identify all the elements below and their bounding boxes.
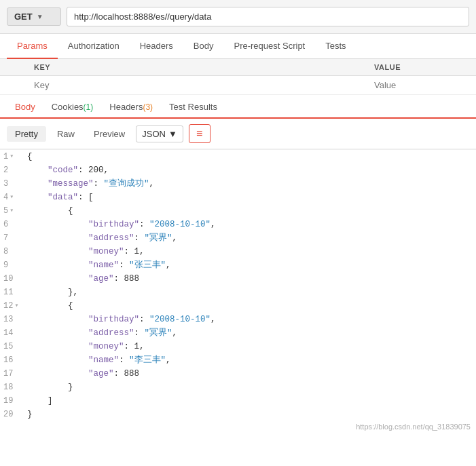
line-content: "address": "冥界",	[27, 326, 476, 340]
pretty-button[interactable]: Pretty	[7, 126, 46, 142]
watermark: https://blog.csdn.net/qq_31839075	[0, 421, 476, 432]
fold-arrow[interactable]: ▾	[10, 204, 14, 218]
code-line: 13 "birthday": "2008-10-10",	[0, 313, 476, 326]
line-content: "age": 888	[27, 272, 476, 286]
line-content: {	[27, 299, 476, 313]
key-input[interactable]	[34, 80, 148, 90]
code-area: 1▾{2 "code": 200,3 "message": "查询成功",4▾ …	[0, 149, 476, 421]
code-line: 20}	[0, 408, 476, 421]
code-line: 9 "name": "张三丰",	[0, 258, 476, 272]
tab-tests[interactable]: Tests	[315, 34, 356, 59]
line-content: "code": 200,	[27, 163, 476, 177]
key-column-header: KEY	[34, 63, 374, 71]
tab-response-cookies[interactable]: Cookies(1)	[43, 96, 102, 117]
code-line: 16 "name": "李三丰",	[0, 353, 476, 367]
params-section: KEY VALUE	[0, 59, 476, 95]
tab-response-headers[interactable]: Headers(3)	[101, 96, 161, 117]
line-content: ]	[27, 394, 476, 408]
code-line: 19 ]	[0, 394, 476, 408]
line-content: }	[27, 408, 476, 421]
type-selector[interactable]: JSON ▼	[136, 125, 183, 142]
format-bar: Pretty Raw Preview JSON ▼ ≡	[0, 119, 476, 149]
code-line: 11 },	[0, 286, 476, 299]
line-content: "message": "查询成功",	[27, 177, 476, 191]
tab-params[interactable]: Params	[7, 34, 58, 59]
code-line: 7 "address": "冥界",	[0, 231, 476, 245]
fold-arrow[interactable]: ▾	[14, 299, 18, 313]
code-line: 18 }	[0, 381, 476, 394]
type-selector-arrow: ▼	[168, 129, 177, 139]
params-row	[0, 76, 476, 95]
request-tabs: Params Authorization Headers Body Pre-re…	[0, 34, 476, 59]
code-line: 15 "money": 1,	[0, 340, 476, 353]
tab-response-testresults[interactable]: Test Results	[161, 96, 225, 117]
key-cell[interactable]	[34, 80, 374, 90]
code-line: 12▾ {	[0, 299, 476, 313]
fold-arrow[interactable]: ▾	[10, 191, 14, 204]
preview-button[interactable]: Preview	[86, 126, 133, 142]
params-header: KEY VALUE	[0, 59, 476, 76]
tab-authorization[interactable]: Authorization	[58, 34, 130, 59]
line-content: "money": 1,	[27, 340, 476, 353]
line-content: }	[27, 381, 476, 394]
line-content: "address": "冥界",	[27, 231, 476, 245]
fold-arrow[interactable]: ▾	[10, 150, 14, 163]
line-content: {	[27, 204, 476, 218]
line-content: "birthday": "2008-10-10",	[27, 313, 476, 326]
line-content: "data": [	[27, 191, 476, 204]
tab-body[interactable]: Body	[183, 34, 224, 59]
tab-response-body[interactable]: Body	[7, 96, 43, 117]
line-content: "money": 1,	[27, 245, 476, 258]
method-label: GET	[14, 12, 33, 22]
value-cell[interactable]	[374, 80, 476, 90]
wrap-button[interactable]: ≡	[189, 124, 210, 143]
code-line: 5▾ {	[0, 204, 476, 218]
type-selector-label: JSON	[142, 129, 166, 139]
line-content: },	[27, 286, 476, 299]
url-input[interactable]	[67, 7, 469, 26]
code-line: 17 "age": 888	[0, 367, 476, 381]
code-line: 6 "birthday": "2008-10-10",	[0, 218, 476, 231]
line-content: "name": "张三丰",	[27, 258, 476, 272]
line-content: "name": "李三丰",	[27, 353, 476, 367]
value-column-header: VALUE	[374, 63, 476, 71]
method-selector[interactable]: GET ▼	[7, 7, 61, 26]
code-line: 4▾ "data": [	[0, 191, 476, 204]
code-line: 10 "age": 888	[0, 272, 476, 286]
value-input[interactable]	[374, 80, 476, 90]
code-line: 2 "code": 200,	[0, 163, 476, 177]
code-line: 14 "address": "冥界",	[0, 326, 476, 340]
code-line: 1▾{	[0, 150, 476, 163]
method-dropdown-arrow: ▼	[37, 13, 43, 20]
url-bar: GET ▼	[0, 0, 476, 34]
response-tabs: Body Cookies(1) Headers(3) Test Results	[0, 96, 476, 119]
raw-button[interactable]: Raw	[49, 126, 83, 142]
line-content: "birthday": "2008-10-10",	[27, 218, 476, 231]
code-line: 3 "message": "查询成功",	[0, 177, 476, 191]
line-content: "age": 888	[27, 367, 476, 381]
tab-prerequest[interactable]: Pre-request Script	[223, 34, 315, 59]
line-content: {	[27, 150, 476, 163]
wrap-icon: ≡	[196, 128, 202, 140]
code-line: 8 "money": 1,	[0, 245, 476, 258]
tab-headers[interactable]: Headers	[130, 34, 183, 59]
